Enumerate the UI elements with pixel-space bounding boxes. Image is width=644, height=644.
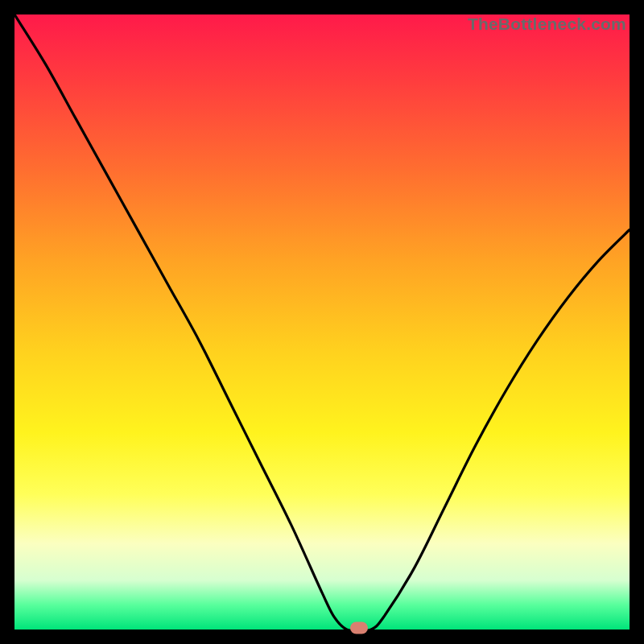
bottleneck-curve	[14, 14, 630, 630]
plot-area: TheBottleneck.com	[14, 14, 630, 630]
chart-frame: TheBottleneck.com	[0, 0, 644, 644]
optimal-marker	[350, 622, 368, 634]
